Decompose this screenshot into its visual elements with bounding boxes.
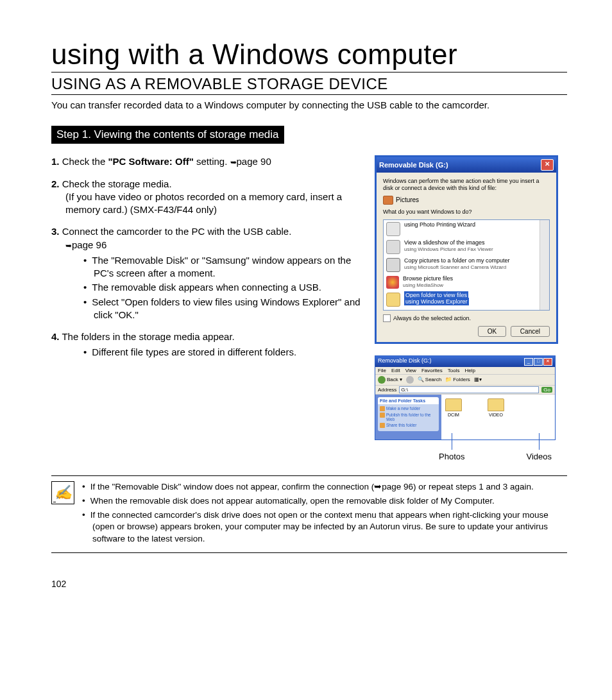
step-number: 3. <box>51 226 60 237</box>
menu-file[interactable]: File <box>378 368 386 373</box>
toolbar: Back ▾ 🔍Search 📁Folders ▦▾ <box>375 375 555 386</box>
tasks-header[interactable]: File and Folder Tasks <box>378 397 439 404</box>
scanner-icon <box>386 258 400 272</box>
step-heading: Step 1. Viewing the contents of storage … <box>51 126 284 144</box>
arrow-icon <box>65 239 72 250</box>
bullet: Different file types are stored in diffe… <box>83 346 362 359</box>
step-1: 1. Check the "PC Software: Off" setting.… <box>51 155 362 168</box>
option-label: Copy pictures to a folder on my computer <box>404 257 510 264</box>
divider <box>51 475 567 476</box>
step-bold: "PC Software: Off" <box>108 156 193 167</box>
views-icon[interactable]: ▦▾ <box>474 377 482 382</box>
slideshow-icon <box>386 240 400 254</box>
always-checkbox[interactable] <box>383 314 391 322</box>
divider <box>51 552 567 553</box>
folder-dcim[interactable]: DCIM <box>445 398 462 436</box>
print-wizard-icon <box>386 222 400 236</box>
publish-icon <box>380 413 385 418</box>
intro-text: You can transfer recorded data to a Wind… <box>51 99 567 112</box>
task-link[interactable]: Share this folder <box>380 423 437 428</box>
note-item: When the removable disk does not appear … <box>82 495 567 507</box>
forward-icon[interactable] <box>406 376 414 384</box>
step-number: 4. <box>51 331 60 342</box>
search-label: Search <box>425 377 441 382</box>
menu-favorites[interactable]: Favorites <box>421 368 443 373</box>
page-ref: page 96 <box>72 239 106 250</box>
option-label: View a slideshow of the images <box>404 239 484 246</box>
ok-button[interactable]: OK <box>478 326 506 337</box>
address-label: Address <box>378 387 396 393</box>
mediashow-icon <box>386 276 399 289</box>
step-text: Check the <box>62 156 108 167</box>
section-title: USING AS A REMOVABLE STORAGE DEVICE <box>51 75 567 95</box>
maximize-icon[interactable]: □ <box>534 358 543 366</box>
file-type-label: Pictures <box>396 196 419 203</box>
go-button[interactable]: Go <box>541 387 552 393</box>
option-label: Browse picture files <box>403 275 453 282</box>
step-text: Connect the camcorder to the PC with the… <box>62 226 292 237</box>
dialog-prompt-2: What do you want Windows to do? <box>383 209 550 216</box>
close-icon[interactable]: ✕ <box>541 159 554 171</box>
option-sub: using Microsoft Scanner and Camera Wizar… <box>404 264 506 270</box>
share-icon <box>380 423 385 428</box>
step-4: 4. The folders in the storage media appe… <box>51 330 362 359</box>
cancel-button[interactable]: Cancel <box>511 326 550 337</box>
dialog-prompt: Windows can perform the same action each… <box>383 178 550 192</box>
minimize-icon[interactable]: _ <box>524 358 533 366</box>
checkbox-label: Always do the selected action. <box>393 315 471 321</box>
menu-help[interactable]: Help <box>464 368 475 373</box>
steps-list: 1. Check the "PC Software: Off" setting.… <box>51 155 362 359</box>
folders-button[interactable]: 📁Folders <box>445 377 470 382</box>
folders-label: Folders <box>453 377 470 382</box>
step-text: Check the storage media. <box>62 178 172 189</box>
tasks-pane: File and Folder Tasks Make a new folder … <box>375 395 441 440</box>
folder-icon <box>386 293 400 307</box>
option-copy[interactable]: Copy pictures to a folder on my computer… <box>384 256 549 274</box>
dialog-title: Removable Disk (G:) <box>379 161 448 169</box>
option-mediashow[interactable]: Browse picture filesusing MediaShow <box>384 274 549 291</box>
note-icon: ✍ <box>51 481 74 504</box>
callout-videos: Videos <box>526 452 552 461</box>
note-box: ✍ If the "Removable Disk" window does no… <box>51 481 567 547</box>
back-icon <box>378 376 386 384</box>
folder-icon <box>488 398 504 411</box>
page-ref: page 90 <box>237 156 271 167</box>
address-bar[interactable]: G:\ <box>399 386 539 393</box>
option-sub: using Windows Picture and Fax Viewer <box>404 246 493 252</box>
bullet: The "Removable Disk" or "Samsung" window… <box>83 254 362 280</box>
step-number: 1. <box>51 156 60 167</box>
folder-icon <box>445 398 462 411</box>
option-open-folder[interactable]: Open folder to view filesusing Windows E… <box>384 291 549 309</box>
step-text: The folders in the storage media appear. <box>62 331 234 342</box>
task-link[interactable]: Publish this folder to the Web <box>380 413 437 422</box>
step-2: 2. Check the storage media. (If you have… <box>51 178 362 217</box>
note-item: If the connected camcorder's disk drive … <box>82 509 567 545</box>
step-subtext: (If you have video or photos recorded on… <box>65 191 342 215</box>
folder-video[interactable]: VIDEO <box>488 398 504 436</box>
bullet: The removable disk appears when connecti… <box>83 281 362 294</box>
option-slideshow[interactable]: View a slideshow of the imagesusing Wind… <box>384 238 549 256</box>
menu-view[interactable]: View <box>405 368 416 373</box>
option-sub: using Windows Explorer <box>404 298 469 305</box>
menu-edit[interactable]: Edit <box>391 368 400 373</box>
back-button[interactable]: Back ▾ <box>378 376 402 384</box>
arrow-icon <box>230 156 237 167</box>
back-label: Back <box>387 377 398 382</box>
task-link[interactable]: Make a new folder <box>380 406 437 411</box>
option-label: using Photo Printing Wizard <box>404 222 475 228</box>
close-icon[interactable]: ✕ <box>543 358 552 366</box>
option-sub: using MediaShow <box>403 282 443 288</box>
search-button[interactable]: 🔍Search <box>418 377 441 382</box>
explorer-window: Removable Disk (G:) _□✕ File Edit View F… <box>375 355 556 440</box>
new-folder-icon <box>380 406 385 411</box>
options-listbox[interactable]: using Photo Printing Wizard View a slide… <box>383 219 550 311</box>
explorer-title: Removable Disk (G:) <box>378 357 432 366</box>
menu-bar[interactable]: File Edit View Favorites Tools Help <box>375 367 555 375</box>
scrollbar[interactable] <box>540 220 549 310</box>
callout-photos: Photos <box>439 452 464 461</box>
step-3: 3. Connect the camcorder to the PC with … <box>51 225 362 321</box>
step-number: 2. <box>51 178 60 189</box>
pictures-icon <box>383 196 393 205</box>
menu-tools[interactable]: Tools <box>448 368 460 373</box>
option-print-wizard[interactable]: using Photo Printing Wizard <box>384 220 549 238</box>
